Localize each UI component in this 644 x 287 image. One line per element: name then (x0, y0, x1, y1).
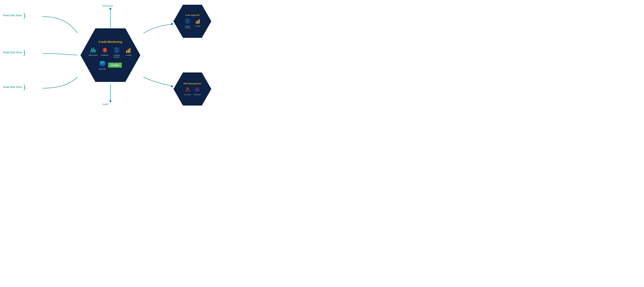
svg-rect-12 (92, 51, 93, 52)
diagram-container: Discovery Audit Read Data Store } Read D… (0, 0, 221, 110)
data-factory-icon (90, 46, 97, 54)
synapse-analytics-icon (113, 46, 120, 54)
svg-rect-35 (196, 23, 200, 23)
loan-approval-icons: Synapse Analytics PowerBI (184, 17, 202, 29)
powerbi-icon (125, 46, 132, 54)
svg-point-5 (171, 85, 173, 87)
loan-synapse-icon (184, 17, 191, 25)
kubernetes-label: Kubernetes (194, 94, 201, 96)
svg-rect-14 (92, 48, 92, 49)
kubernetes-icon-item: Kubernetes (194, 86, 201, 96)
center-hex-title: Credit Monitoring (98, 40, 122, 44)
data-lake-icon-item: Data Lake (99, 60, 106, 70)
risk-management-title: Risk Management (184, 82, 201, 85)
loan-approval-title: Loan Approval (185, 14, 200, 16)
svg-rect-22 (129, 48, 130, 52)
svg-point-40 (197, 89, 198, 90)
read-store-1: Read Data Store } (3, 12, 26, 18)
loan-synapse-label: Synapse Analytics (184, 25, 192, 29)
svg-line-47 (198, 88, 199, 89)
discovery-label: Discovery (102, 4, 113, 7)
loan-approval-hexagon: Loan Approval Synapse Analytics (174, 5, 211, 38)
ml-service-icon-item: ML Service (184, 86, 191, 96)
svg-rect-23 (126, 52, 130, 53)
svg-line-45 (195, 88, 196, 89)
center-icons-row: Data Factory Databricks (88, 46, 132, 58)
ml-service-icon (184, 86, 191, 93)
svg-point-3 (110, 100, 111, 102)
svg-point-26 (100, 65, 105, 67)
svg-rect-20 (126, 50, 127, 52)
loan-synapse-icon-item: Synapse Analytics (184, 17, 192, 29)
ml-service-label: ML Service (184, 94, 191, 96)
svg-rect-28 (100, 63, 105, 63)
svg-line-46 (198, 91, 199, 91)
data-lake-label: Data Lake (99, 68, 106, 70)
databricks-icon (101, 46, 108, 54)
svg-line-48 (195, 91, 196, 91)
risk-management-hexagon: Risk Management ML Service (174, 72, 211, 106)
svg-rect-34 (198, 19, 200, 23)
center-hexagon: Credit Monitoring (80, 28, 140, 82)
svg-rect-29 (100, 64, 105, 64)
svg-rect-9 (93, 48, 94, 50)
svg-rect-21 (128, 49, 129, 52)
databricks-label: Databricks (101, 54, 108, 56)
kubernetes-icon (194, 86, 201, 93)
databricks-icon-item: Databricks (101, 46, 108, 56)
svg-rect-10 (94, 49, 95, 50)
svg-point-37 (187, 87, 188, 89)
synapse-analytics-label: Synapse Analytics (112, 54, 122, 58)
synapse-analytics-icon-item: Synapse Analytics (112, 46, 122, 58)
loan-powerbi-icon (194, 17, 202, 25)
data-factory-label: Data Factory (88, 54, 98, 56)
svg-rect-15 (94, 47, 94, 48)
curated-badge: Curated (108, 62, 122, 68)
read-store-3: Read Data Store } (3, 84, 26, 90)
risk-management-icons: ML Service (184, 86, 201, 96)
powerbi-icon-item: PowerBI (125, 46, 132, 56)
powerbi-label: PowerBI (126, 54, 132, 56)
svg-rect-11 (91, 51, 92, 52)
data-lake-icon (99, 60, 106, 68)
svg-rect-8 (91, 49, 92, 50)
svg-point-4 (171, 23, 173, 25)
read-store-2: Read Data Store } (3, 50, 26, 55)
svg-rect-33 (197, 20, 198, 23)
loan-powerbi-label: PowerBI (195, 25, 200, 27)
data-factory-icon-item: Data Factory (88, 46, 98, 56)
loan-powerbi-icon-item: PowerBI (194, 17, 202, 27)
svg-point-2 (110, 8, 111, 9)
bottom-row: Data Lake Curated (99, 60, 122, 70)
svg-rect-32 (196, 21, 197, 23)
svg-rect-13 (94, 51, 94, 52)
audit-label: Audit (102, 103, 108, 106)
